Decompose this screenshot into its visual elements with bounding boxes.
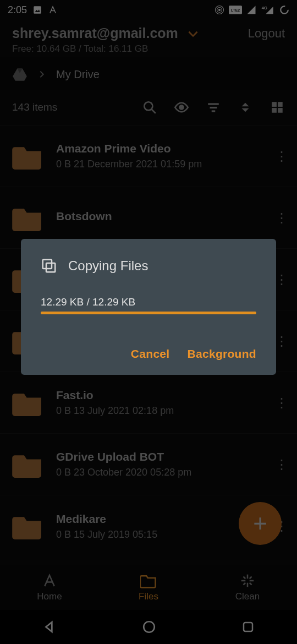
copy-icon (41, 258, 57, 274)
svg-rect-27 (43, 260, 52, 269)
copy-dialog: Copying Files 12.29 KB / 12.29 KB Cancel… (21, 239, 276, 375)
progress-bar (41, 312, 256, 314)
dialog-title: Copying Files (68, 258, 148, 274)
svg-rect-26 (46, 263, 55, 272)
progress-text: 12.29 KB / 12.29 KB (41, 296, 256, 308)
cancel-button[interactable]: Cancel (131, 347, 170, 361)
background-button[interactable]: Background (187, 347, 256, 361)
